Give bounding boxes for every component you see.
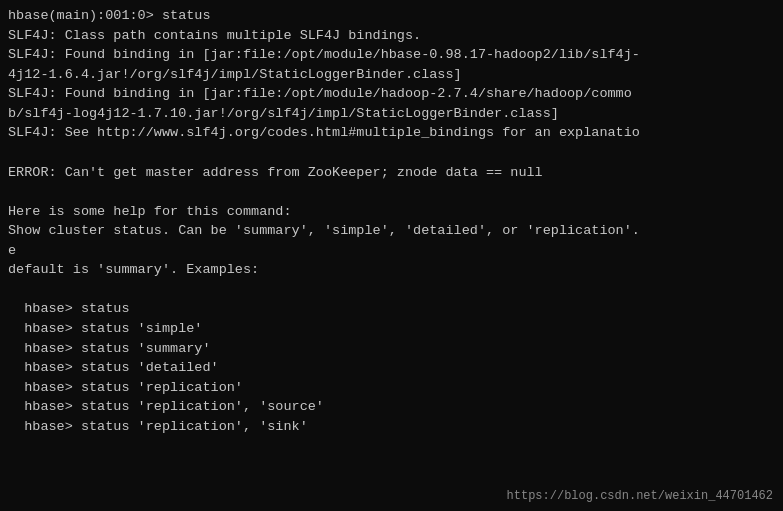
watermark: https://blog.csdn.net/weixin_44701462 [507,489,773,503]
terminal-line: SLF4J: Found binding in [jar:file:/opt/m… [8,84,775,104]
terminal-line [8,143,775,163]
terminal-line [8,280,775,300]
terminal-line: hbase(main):001:0> status [8,6,775,26]
terminal-line: hbase> status [8,299,775,319]
terminal-line: b/slf4j-log4j12-1.7.10.jar!/org/slf4j/im… [8,104,775,124]
terminal-line: Here is some help for this command: [8,202,775,222]
terminal-line: default is 'summary'. Examples: [8,260,775,280]
terminal-window: hbase(main):001:0> statusSLF4J: Class pa… [0,0,783,511]
terminal-line: hbase> status 'replication' [8,378,775,398]
terminal-line: SLF4J: Found binding in [jar:file:/opt/m… [8,45,775,65]
terminal-line: e [8,241,775,261]
terminal-line: hbase> status 'simple' [8,319,775,339]
terminal-line: hbase> status 'summary' [8,339,775,359]
terminal-line: Show cluster status. Can be 'summary', '… [8,221,775,241]
terminal-line: 4j12-1.6.4.jar!/org/slf4j/impl/StaticLog… [8,65,775,85]
terminal-line: hbase> status 'detailed' [8,358,775,378]
terminal-line [8,182,775,202]
terminal-line: hbase> status 'replication', 'source' [8,397,775,417]
terminal-line: SLF4J: See http://www.slf4j.org/codes.ht… [8,123,775,143]
terminal-line: SLF4J: Class path contains multiple SLF4… [8,26,775,46]
terminal-line: hbase> status 'replication', 'sink' [8,417,775,437]
terminal-line: ERROR: Can't get master address from Zoo… [8,163,775,183]
